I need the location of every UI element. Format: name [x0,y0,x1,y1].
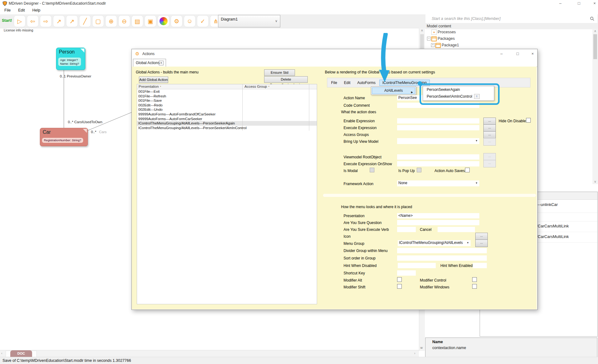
diagram-selector-dropdown[interactable]: Diagram1 ∨ [218,15,280,27]
rendered-menu-item[interactable]: AutoForms [354,80,379,86]
add-global-action-button[interactable]: Add Global Action [139,77,168,83]
tree-item-packages[interactable]: − Packages [425,36,592,42]
dashed-line-icon[interactable]: ╱ [79,15,91,27]
table-row[interactable]: IControlTheMenuGrouping/AtAllLevels---Pe… [137,121,317,126]
action-auto-saves-checkbox[interactable] [465,168,470,172]
divider-group-input[interactable] [397,248,487,253]
menu-item[interactable]: File [1,7,14,14]
menu-group-dropdown[interactable]: IControlTheMenuGrouping/AtAllLevels ▼ [398,240,471,246]
scroll-up-icon[interactable]: ∧ [592,29,598,33]
minimize-button[interactable]: – [556,0,565,7]
zoom-out-icon[interactable]: ⊖ [118,15,130,27]
icon-ellipsis-button[interactable]: ... [475,233,488,240]
menu-item[interactable]: Edit [14,7,29,14]
delete-personseekeragain-button[interactable]: Delete PersonSeekerAgain [264,76,308,83]
start-button[interactable]: Start! [2,18,12,23]
column-access-group[interactable]: Access Group▼ [244,85,270,88]
color-wheel-icon[interactable] [158,15,169,27]
class-car[interactable]: Car RegistrationNumber: String? [40,128,88,146]
close-button[interactable]: × [590,0,598,7]
modifier-alt-checkbox[interactable] [397,277,402,282]
hint-when-enabled-input[interactable] [473,263,487,268]
execute-expression-input[interactable] [397,125,479,130]
tab-close-icon[interactable]: X [159,61,164,65]
presentation-input[interactable]: <Name> [397,213,479,218]
shortcut-key-input[interactable] [397,270,416,276]
table-row[interactable]: 001File---Refresh [137,94,317,99]
class-person-attributes: Age: Integer? Name: String? [58,58,81,66]
dialog-close-button[interactable]: × [528,50,537,57]
cancel-verb-input[interactable] [438,227,475,232]
modifier-shift-checkbox[interactable] [397,284,402,289]
association-arrow-icon[interactable]: ↗ [66,15,78,27]
execute-expression-onshow-ellipsis-button[interactable]: ... [483,160,496,167]
doc-tab[interactable]: DOC [10,350,32,357]
framework-action-dropdown[interactable]: None ▼ [397,180,479,186]
expand-icon[interactable]: + [431,43,435,47]
run-play-icon[interactable]: ▷ [14,15,26,27]
scroll-down-icon[interactable]: ∨ [420,346,422,349]
are-you-sure-execute-verb-input[interactable] [397,227,416,232]
sort-order-input[interactable] [397,255,487,261]
forward-arrow-icon[interactable]: ⇨ [40,15,52,27]
modifier-control-checkbox[interactable] [472,277,477,282]
restore-button[interactable]: □ [575,0,583,7]
table-row[interactable]: 001File---Exit [137,89,317,94]
viewmodel-rootobject-input[interactable] [397,154,479,160]
settings-gears-icon[interactable]: ⚙ [171,15,183,27]
modifier-windows-checkbox[interactable] [472,284,477,289]
table-row[interactable]: 002Edit---Redo [137,103,317,108]
rendered-menu-item[interactable]: File [328,80,340,86]
ensure-std-actions-button[interactable]: Ensure Std Actions [264,69,295,76]
link-arrow-icon[interactable]: ↗ [53,15,65,27]
scrollbar-thumb[interactable] [593,34,597,59]
bring-up-view-model-dropdown[interactable]: ▼ [397,138,479,144]
modifier-alt-label: Modifier Alt [344,278,362,282]
execute-expression-onshow-input[interactable] [397,161,479,166]
is-pop-up-checkbox[interactable] [417,168,421,172]
run-window-icon[interactable]: ▣ [145,15,156,27]
hint-when-disabled-input[interactable] [398,263,436,268]
hide-on-disable-checkbox[interactable] [526,118,531,123]
dialog-minimize-button[interactable]: – [497,50,506,57]
enable-expression-ellipsis-button[interactable]: ... [483,118,496,125]
tree-scrollbar[interactable]: ∧ ∨ [592,29,598,184]
dialog-maximize-button[interactable]: □ [513,50,522,57]
tree-item-processes[interactable]: » Processes [425,29,592,35]
scroll-down-icon[interactable]: ∨ [592,180,598,183]
submenu-item-atalllevels[interactable]: AtAllLevels ▶ [372,87,415,94]
autoform-window-icon[interactable]: ▤ [131,15,143,27]
execute-expression-ellipsis-button[interactable]: ... [483,124,496,132]
enable-expression-input[interactable] [397,118,479,124]
column-presentation[interactable]: Presentation▼ [139,85,162,88]
are-you-sure-question-input[interactable] [397,220,479,225]
table-row[interactable]: 002Edit---Undo [137,107,317,112]
menu-group-ellipsis-button[interactable]: ... [475,240,488,247]
zoom-in-icon[interactable]: ⊕ [105,15,117,27]
tab-global-actions[interactable]: Global Actions X [133,59,166,67]
table-row[interactable]: 99999AutoForms---AutoFormCarSeeker [137,117,317,121]
dialog-title-bar[interactable]: ⚙ Actions – □ × [132,49,537,58]
access-user-icon[interactable]: ☺ [184,15,196,27]
table-row[interactable]: 99999AutoForms---AutoFormBrandOfCarSeeke… [137,112,317,117]
scroll-up-icon[interactable]: ∧ [419,29,425,32]
is-modal-checkbox[interactable] [370,168,374,172]
viewmodel-pointer-icon[interactable]: ▢ [92,15,104,27]
validate-check-icon[interactable]: ✓ [197,15,209,27]
tree-item-package1[interactable]: + Package1 [425,42,592,48]
viewmodel-rootobject-ellipsis-button[interactable]: ... [483,153,496,161]
scroll-right-icon[interactable]: › [414,352,415,355]
class-person[interactable]: Person Age: Integer? Name: String? [56,48,85,70]
scroll-left-icon[interactable]: ‹ [1,352,2,355]
collapse-icon[interactable]: − [427,37,431,40]
canvas-horizontal-scrollbar[interactable]: ‹ › [0,350,419,357]
execute-expression-label: Execute Expression [344,126,377,130]
rendered-menu-item[interactable]: Edit [341,80,354,86]
bring-up-view-model-ellipsis-button[interactable]: ... [483,138,496,146]
menu-item[interactable]: Help [29,7,44,14]
access-groups-ellipsis-button[interactable]: ... [483,131,496,139]
table-row[interactable]: IControlTheMenuGrouping/AtAllLevels---Pe… [137,126,317,130]
model-search-input[interactable]: Start a search like this [Class].[Member… [425,14,597,23]
back-arrow-icon[interactable]: ⇦ [27,15,39,27]
table-row[interactable]: 001File---Save [137,98,317,103]
